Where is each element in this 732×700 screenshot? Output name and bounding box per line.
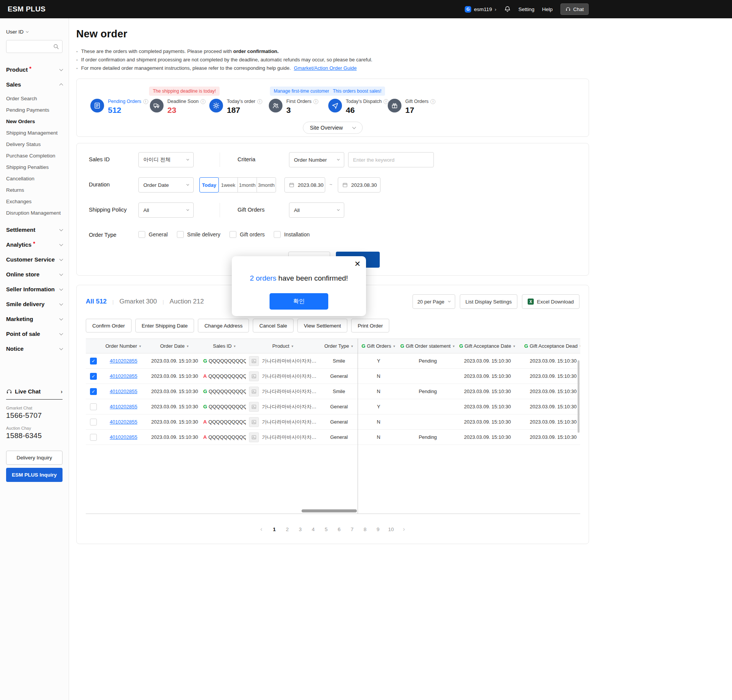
order-number-link[interactable]: 4010202855 [110, 419, 137, 425]
setting-link[interactable]: Setting [518, 6, 535, 12]
view-settlement-button[interactable]: View Settlement [297, 319, 347, 332]
sidebar-item-pending-payments[interactable]: Pending Payments [6, 104, 63, 116]
column-header-product[interactable]: Product▼ [246, 339, 320, 353]
sidebar-item-settlement[interactable]: Settlement [6, 222, 63, 237]
chat-button[interactable]: Chat [560, 3, 589, 15]
change-address-button[interactable]: Change Address [198, 319, 249, 332]
criteria-select[interactable]: Order Number [289, 152, 344, 167]
user-id-dropdown[interactable]: User ID [6, 29, 63, 35]
order-type-checkbox-gift-orders[interactable]: Gift orders [230, 231, 265, 238]
duration-type-select[interactable]: Order Date [138, 177, 194, 193]
order-number-link[interactable]: 4010202855 [110, 373, 137, 379]
sidebar-item-disruption-management[interactable]: Disruption Management [6, 207, 63, 218]
order-number-link[interactable]: 4010202855 [110, 404, 137, 409]
prev-page-arrow[interactable]: ‹ [256, 524, 267, 535]
sidebar-item-marketing[interactable]: Marketing [6, 311, 63, 326]
sidebar-item-purchase-completion[interactable]: Purchase Completion [6, 150, 63, 161]
order-number-link[interactable]: 4010202855 [110, 389, 137, 394]
duration-quick-today[interactable]: Today [199, 177, 219, 193]
column-header-gift-acceptance-date[interactable]: GGift Acceptance Date▼ [456, 339, 519, 353]
column-header-order-number[interactable]: Order Number▼ [101, 339, 146, 353]
sidebar-item-customer-service[interactable]: Customer Service [6, 252, 63, 267]
stat-today-s-dispatch[interactable]: Today's Dispatchi46 [328, 99, 388, 115]
page-8[interactable]: 8 [360, 524, 371, 535]
tab-all-512[interactable]: All 512 [86, 298, 107, 305]
confirm-order-button[interactable]: Confirm Order [86, 319, 132, 332]
column-header-gift-order-statement[interactable]: GGift Order statement▼ [400, 339, 456, 353]
page-2[interactable]: 2 [282, 524, 293, 535]
column-header-gift-orders[interactable]: GGift Orders▼ [358, 339, 400, 353]
notification-bell-icon[interactable] [504, 6, 511, 13]
duration-quick-1month[interactable]: 1month [238, 177, 257, 193]
date-to-picker[interactable]: 2023.08.30 [338, 177, 380, 193]
close-icon[interactable]: ✕ [354, 260, 361, 268]
column-header-sales-id[interactable]: Sales ID▼ [203, 339, 246, 353]
order-guide-link[interactable]: Gmarket/Action Order Guide [294, 65, 357, 71]
date-from-picker[interactable]: 2023.08.30 [284, 177, 325, 193]
order-number-link[interactable]: 4010202855 [110, 434, 137, 440]
order-type-checkbox-smile-delivery[interactable]: Smile delivery [177, 231, 220, 238]
gift-orders-select[interactable]: All [289, 202, 344, 218]
page-4[interactable]: 4 [308, 524, 319, 535]
page-1[interactable]: 1 [269, 524, 280, 535]
account-menu[interactable]: G esm119 › [465, 6, 496, 13]
row-checkbox-unchecked[interactable] [90, 403, 97, 410]
help-link[interactable]: Help [542, 6, 553, 12]
print-order-button[interactable]: Print Order [351, 319, 389, 332]
order-type-checkbox-installation[interactable]: Installation [274, 231, 310, 238]
excel-download-button[interactable]: X Excel Download [522, 294, 580, 309]
shipping-policy-select[interactable]: All [138, 202, 194, 218]
row-checkbox-unchecked[interactable] [90, 434, 97, 441]
stat-gift-orders[interactable]: Gift Ordersi17 [388, 99, 447, 115]
per-page-select[interactable]: 20 per Page [413, 294, 455, 309]
sidebar-item-point-of-sale[interactable]: Point of sale [6, 326, 63, 341]
page-9[interactable]: 9 [373, 524, 384, 535]
page-10[interactable]: 10 [386, 524, 396, 535]
delivery-inquiry-button[interactable]: Delivery Inquiry [6, 451, 63, 465]
sidebar-item-order-search[interactable]: Order Search [6, 93, 63, 104]
page-6[interactable]: 6 [334, 524, 345, 535]
tab-auction-212[interactable]: Auction 212 [170, 298, 204, 305]
sidebar-item-returns[interactable]: Returns [6, 184, 63, 196]
row-checkbox-checked[interactable]: ✓ [90, 388, 97, 395]
column-header-order-date[interactable]: Order Date▼ [146, 339, 203, 353]
horizontal-scrollbar[interactable] [302, 509, 357, 512]
stat-first-orders[interactable]: First Ordersi3 [269, 99, 328, 115]
keyword-input[interactable] [348, 152, 434, 167]
sidebar-item-seller-information[interactable]: Seller Information [6, 282, 63, 297]
stat-pending-orders[interactable]: Pending Ordersi512 [90, 99, 150, 115]
sales-id-select[interactable]: 아이디 전체 [138, 152, 194, 167]
order-number-link[interactable]: 4010202855 [110, 358, 137, 364]
enter-shipping-date-button[interactable]: Enter Shipping Date [135, 319, 194, 332]
list-display-settings-button[interactable]: List Display Settings [460, 294, 518, 309]
page-7[interactable]: 7 [347, 524, 358, 535]
vertical-scrollbar[interactable] [578, 360, 580, 433]
sidebar-item-notice[interactable]: Notice [6, 341, 63, 356]
page-5[interactable]: 5 [321, 524, 332, 535]
sidebar-item-analytics[interactable]: Analytics [6, 237, 63, 252]
tab-gmarket-300[interactable]: Gmarket 300 [119, 298, 157, 305]
sidebar-item-product[interactable]: Product [6, 62, 63, 77]
cancel-sale-button[interactable]: Cancel Sale [253, 319, 294, 332]
sidebar-item-cancellation[interactable]: Cancellation [6, 173, 63, 184]
sidebar-item-exchanges[interactable]: Exchanges [6, 196, 63, 207]
order-type-checkbox-general[interactable]: General [138, 231, 168, 238]
page-3[interactable]: 3 [295, 524, 306, 535]
live-chat-header[interactable]: Live Chat › [6, 388, 63, 400]
stat-deadline-soon[interactable]: Deadline Sooni23 [150, 99, 209, 115]
duration-quick-3month[interactable]: 3month [257, 177, 276, 193]
next-page-arrow[interactable]: › [399, 524, 409, 535]
sidebar-item-new-orders[interactable]: New Orders [6, 116, 63, 127]
column-header-order-type[interactable]: Order Type▼ [320, 339, 358, 353]
row-checkbox-unchecked[interactable] [90, 419, 97, 425]
duration-quick-1week[interactable]: 1week [218, 177, 238, 193]
sidebar-item-smile-delivery[interactable]: Smile delivery [6, 297, 63, 311]
sidebar-item-delivery-status[interactable]: Delivery Status [6, 138, 63, 150]
sidebar-item-shipping-penalties[interactable]: Shipping Penalties [6, 161, 63, 173]
confirm-button[interactable]: 확인 [270, 293, 328, 310]
row-checkbox-checked[interactable]: ✓ [90, 373, 97, 380]
sidebar-item-shipping-management[interactable]: Shipping Management [6, 127, 63, 138]
stat-today-s-order[interactable]: Today's orderi187 [209, 99, 269, 115]
site-overview-toggle[interactable]: Site Overview [303, 122, 363, 134]
esm-plus-inquiry-button[interactable]: ESM PLUS Inquiry [6, 468, 63, 482]
